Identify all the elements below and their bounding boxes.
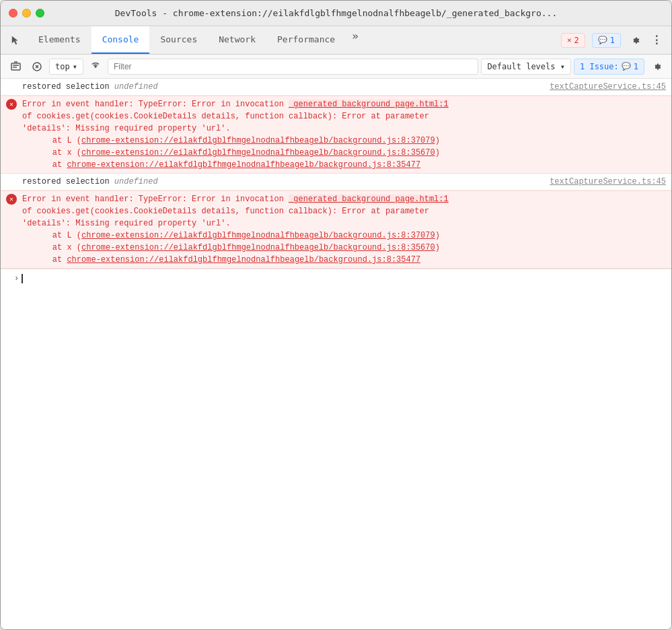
filter-input[interactable] (108, 59, 478, 75)
console-settings-button[interactable] (647, 57, 666, 76)
console-cursor (22, 274, 23, 283)
log-gray-3: undefined (114, 176, 158, 188)
error-file-link-2[interactable]: _generated_background_page.html:1 (289, 195, 449, 204)
log-gray-1: undefined (114, 81, 158, 93)
tab-performance[interactable]: Performance (266, 26, 346, 54)
error-header-1: Error in event handler: TypeError: Error… (22, 98, 666, 110)
error-msg-2: Error in event handler: TypeError: Error… (22, 193, 666, 205)
error-icon-2: ✕ (6, 194, 17, 205)
tab-console[interactable]: Console (91, 26, 150, 54)
issues-badge[interactable]: 1 Issue: 💬 1 (574, 59, 644, 75)
show-console-sidebar-button[interactable] (86, 57, 105, 76)
title-bar: DevTools - chrome-extension://eilakfdlgb… (1, 1, 671, 26)
stack-link-1c[interactable]: chrome-extension://eilakfdlgblfhmgelnodn… (67, 160, 420, 170)
minimize-button[interactable] (22, 9, 31, 18)
error-detail-2: of cookies.get(cookies.CookieDetails det… (22, 205, 666, 230)
log-text-3: restored selection (22, 176, 114, 188)
error-stack-2: at L (chrome-extension://eilakfdlgblfhmg… (22, 230, 666, 266)
error-msg-1: Error in event handler: TypeError: Error… (22, 98, 666, 110)
error-detail-1: of cookies.get(cookies.CookieDetails det… (22, 110, 666, 135)
svg-point-2 (95, 66, 96, 67)
log-entry-1: restored selection undefined textCapture… (1, 79, 671, 96)
error-header-2: Error in event handler: TypeError: Error… (22, 193, 666, 205)
stack-link-1a[interactable]: chrome-extension://eilakfdlgblfhmgelnodn… (81, 136, 435, 145)
prompt-arrow: › (14, 274, 19, 283)
log-entry-3: restored selection undefined textCapture… (1, 174, 671, 190)
clear-console-button[interactable] (6, 57, 25, 76)
log-link-1[interactable]: textCaptureService.ts:45 (550, 81, 666, 93)
traffic-lights (9, 9, 44, 18)
tab-elements[interactable]: Elements (28, 26, 91, 54)
devtools-more-button[interactable]: ⋮ (647, 31, 666, 50)
console-area: restored selection undefined textCapture… (1, 79, 671, 629)
log-levels-button[interactable]: Default levels ▾ (481, 59, 571, 75)
stack-link-2a[interactable]: chrome-extension://eilakfdlgblfhmgelnodn… (81, 231, 435, 240)
inspect-element-icon[interactable] (3, 26, 28, 54)
nav-right-area: ✕ 2 💬 1 ⋮ (559, 26, 671, 54)
stop-logging-button[interactable] (28, 57, 46, 76)
console-toolbar: top ▾ Default levels ▾ 1 Issue: 💬 1 (1, 55, 671, 79)
console-input-row: › (1, 269, 671, 287)
log-entry-4: ✕ Error in event handler: TypeError: Err… (1, 190, 671, 269)
devtools-window: DevTools - chrome-extension://eilakfdlgb… (0, 0, 672, 630)
stack-link-1b[interactable]: chrome-extension://eilakfdlgblfhmgelnodn… (81, 148, 435, 158)
devtools-settings-button[interactable] (626, 31, 644, 50)
window-title: DevTools - chrome-extension://eilakfdlgb… (115, 8, 557, 18)
error-icon-1: ✕ (6, 99, 17, 110)
error-file-link-1[interactable]: _generated_background_page.html:1 (289, 100, 449, 109)
nav-tabs: Elements Console Sources Network Perform… (1, 26, 671, 55)
log-entry-2: ✕ Error in event handler: TypeError: Err… (1, 96, 671, 174)
info-badge[interactable]: 💬 1 (592, 33, 621, 48)
close-button[interactable] (9, 9, 17, 18)
log-text-1: restored selection (22, 81, 114, 93)
stack-link-2b[interactable]: chrome-extension://eilakfdlgblfhmgelnodn… (81, 243, 435, 252)
maximize-button[interactable] (36, 9, 44, 18)
svg-rect-0 (11, 63, 20, 70)
tab-sources[interactable]: Sources (149, 26, 208, 54)
error-stack-1: at L (chrome-extension://eilakfdlgblfhmg… (22, 135, 666, 171)
context-selector[interactable]: top ▾ (49, 59, 83, 75)
error-badge[interactable]: ✕ 2 (561, 33, 585, 48)
more-tabs-button[interactable]: » (346, 26, 365, 45)
tab-network[interactable]: Network (208, 26, 266, 54)
stack-link-2c[interactable]: chrome-extension://eilakfdlgblfhmgelnodn… (67, 255, 420, 265)
log-link-3[interactable]: textCaptureService.ts:45 (550, 176, 666, 188)
